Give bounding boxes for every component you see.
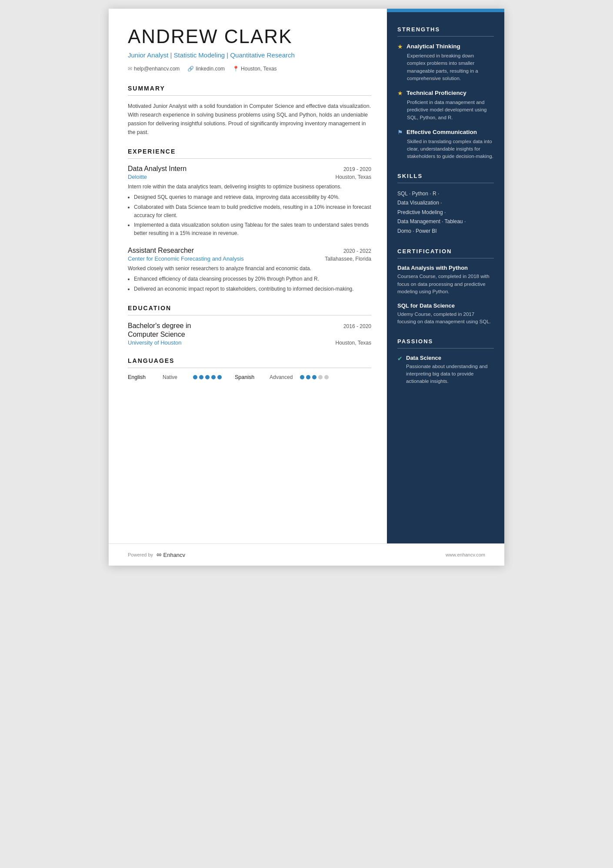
skills-line-4: Data Management · Tableau · — [397, 217, 494, 227]
strength-desc-2: Proficient in data management and predic… — [397, 99, 494, 121]
footer: Powered by ∞ Enhancv www.enhancv.com — [109, 543, 504, 566]
logo-name: Enhancv — [163, 552, 186, 558]
powered-by-text: Powered by — [128, 552, 153, 557]
footer-left: Powered by ∞ Enhancv — [128, 551, 185, 559]
passion-desc-1: Passionate about understanding and inter… — [406, 363, 494, 385]
languages-divider — [128, 368, 371, 368]
strengths-title: STRENGTHS — [397, 26, 494, 33]
star-icon-2: ★ — [397, 90, 403, 97]
passions-title: PASSIONS — [397, 338, 494, 345]
lang-name-1: English — [128, 374, 163, 380]
dot — [205, 375, 210, 379]
right-column: STRENGTHS ★ Analytical Thinking Experien… — [387, 9, 504, 566]
passions-section: PASSIONS ✔ Data Science Passionate about… — [397, 338, 494, 385]
logo-symbol: ∞ — [157, 551, 161, 559]
strength-title-2: Technical Proficiency — [406, 89, 466, 97]
education-divider — [128, 315, 371, 315]
skills-line-1: SQL · Python · R · — [397, 189, 494, 199]
check-icon: ✔ — [397, 355, 403, 362]
languages-section: LANGUAGES English Native Spanish Advance… — [128, 357, 371, 380]
skills-line-3: Predictive Modeling · — [397, 208, 494, 218]
strength-header-1: ★ Analytical Thinking — [397, 43, 494, 50]
flag-icon: ⚑ — [397, 129, 403, 136]
strength-desc-1: Experienced in breaking down complex pro… — [397, 52, 494, 82]
dot — [217, 375, 222, 379]
lang-level-1: Native — [163, 374, 193, 380]
experience-section: EXPERIENCE Data Analyst Intern 2019 - 20… — [128, 148, 371, 293]
exp-description-2: Worked closely with senior researchers t… — [128, 265, 371, 272]
strength-header-2: ★ Technical Proficiency — [397, 89, 494, 97]
bullet-1-2: Collaborated with Data Science team to b… — [134, 203, 371, 219]
footer-website: www.enhancv.com — [446, 552, 485, 557]
edu-header-1: Bachelor's degree in Computer Science 20… — [128, 322, 371, 340]
skills-section: SKILLS SQL · Python · R · Data Visualiza… — [397, 173, 494, 236]
bullet-2-2: Delivered an economic impact report to s… — [134, 285, 371, 293]
cert-desc-2: Udemy Course, completed in 2017 focusing… — [397, 311, 494, 326]
experience-item-1: Data Analyst Intern 2019 - 2020 Deloitte… — [128, 165, 371, 237]
exp-bullets-2: Enhanced efficiency of data cleansing pr… — [128, 275, 371, 293]
language-row-1: English Native Spanish Advanced — [128, 374, 371, 380]
passion-title-1: Data Science — [406, 355, 494, 361]
dot — [318, 375, 323, 379]
cert-title-1: Data Analysis with Python — [397, 265, 494, 271]
edu-location-1: Houston, Texas — [336, 340, 372, 346]
star-icon-1: ★ — [397, 43, 403, 50]
skills-text: SQL · Python · R · Data Visualization · … — [397, 189, 494, 236]
certification-title: CERTIFICATION — [397, 248, 494, 255]
cert-desc-1: Coursera Course, completed in 2018 with … — [397, 273, 494, 295]
lang-name-2: Spanish — [235, 374, 270, 380]
job-title-2: Assistant Researcher — [128, 247, 194, 255]
accent-bar — [387, 9, 504, 12]
summary-text: Motivated Junior Analyst with a solid fo… — [128, 102, 371, 137]
location-value: Houston, Texas — [241, 66, 277, 72]
exp-location-2: Tallahassee, Florida — [325, 256, 371, 262]
certification-section: CERTIFICATION Data Analysis with Python … — [397, 248, 494, 325]
linkedin-icon: 🔗 — [187, 66, 194, 72]
edu-school-1: University of Houston — [128, 339, 182, 346]
education-section: EDUCATION Bachelor's degree in Computer … — [128, 305, 371, 346]
edu-sub-1: University of Houston Houston, Texas — [128, 339, 371, 346]
cert-item-2: SQL for Data Science Udemy Course, compl… — [397, 302, 494, 326]
education-item-1: Bachelor's degree in Computer Science 20… — [128, 322, 371, 346]
strength-title-3: Effective Communication — [406, 128, 477, 136]
lang-dots-2 — [300, 375, 329, 379]
dot — [306, 375, 310, 379]
header-section: ANDREW CLARK Junior Analyst | Statistic … — [128, 26, 371, 72]
exp-company-2: Center for Economic Forecasting and Anal… — [128, 255, 244, 262]
passions-divider — [397, 348, 494, 349]
exp-description-1: Intern role within the data analytics te… — [128, 183, 371, 191]
bullet-1-3: Implemented a data visualization solutio… — [134, 221, 371, 237]
candidate-title: Junior Analyst | Statistic Modeling | Qu… — [128, 50, 371, 60]
exp-dates-2: 2020 - 2022 — [343, 248, 371, 254]
exp-location-1: Houston, Texas — [336, 174, 372, 180]
cert-title-2: SQL for Data Science — [397, 302, 494, 309]
strength-item-2: ★ Technical Proficiency Proficient in da… — [397, 89, 494, 121]
experience-divider — [128, 158, 371, 159]
edu-dates-1: 2016 - 2020 — [343, 323, 371, 329]
exp-company-1: Deloitte — [128, 174, 147, 180]
dot — [193, 375, 197, 379]
email-contact: ✉ help@enhancv.com — [128, 66, 180, 72]
education-title: EDUCATION — [128, 305, 371, 312]
certification-divider — [397, 258, 494, 258]
exp-header-2: Assistant Researcher 2020 - 2022 — [128, 247, 371, 255]
strength-title-1: Analytical Thinking — [406, 43, 460, 50]
dot — [312, 375, 316, 379]
strength-item-3: ⚑ Effective Communication Skilled in tra… — [397, 128, 494, 161]
exp-header-1: Data Analyst Intern 2019 - 2020 — [128, 165, 371, 173]
email-icon: ✉ — [128, 66, 132, 72]
enhancv-logo: ∞ Enhancv — [157, 551, 185, 559]
skills-line-2: Data Visualization · — [397, 198, 494, 208]
summary-title: SUMMARY — [128, 85, 371, 92]
skills-divider — [397, 183, 494, 183]
job-title-1: Data Analyst Intern — [128, 165, 187, 173]
exp-sub-1: Deloitte Houston, Texas — [128, 174, 371, 180]
experience-title: EXPERIENCE — [128, 148, 371, 155]
dot — [211, 375, 216, 379]
passion-item-1: ✔ Data Science Passionate about understa… — [397, 355, 494, 385]
location-contact: 📍 Houston, Texas — [233, 66, 277, 72]
experience-item-2: Assistant Researcher 2020 - 2022 Center … — [128, 247, 371, 293]
bullet-2-1: Enhanced efficiency of data cleansing pr… — [134, 275, 371, 283]
strength-header-3: ⚑ Effective Communication — [397, 128, 494, 136]
email-value: help@enhancv.com — [134, 66, 180, 72]
